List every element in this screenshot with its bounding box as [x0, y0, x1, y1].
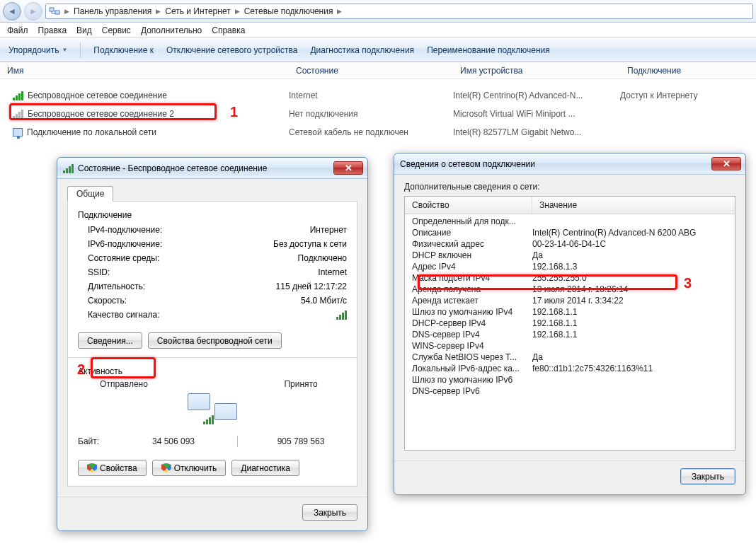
conn-device: Intel(R) 82577LM Gigabit Netwo...	[453, 127, 620, 137]
signal-icon	[336, 310, 347, 320]
prop-value	[532, 341, 728, 351]
conn-name: Беспроводное сетевое соединение	[28, 91, 167, 100]
table-row[interactable]: ОписаниеIntel(R) Centrino(R) Advanced-N …	[405, 227, 735, 238]
close-button[interactable]: Закрыть	[302, 504, 357, 521]
prop-value: Да	[532, 352, 728, 362]
details-dialog-titlebar[interactable]: Сведения о сетевом подключении ✕	[394, 153, 745, 175]
status-dialog-titlebar[interactable]: Состояние - Беспроводное сетевое соедине…	[57, 158, 367, 179]
prop-name: Аренда получена	[412, 284, 532, 294]
recv-label: Принято	[255, 379, 347, 389]
list-item[interactable]: Беспроводное сетевое соединение Internet…	[0, 86, 756, 105]
prop-name: WINS-сервер IPv4	[412, 341, 532, 351]
section-activity: Активность	[78, 366, 347, 376]
properties-button[interactable]: Свойства	[78, 460, 147, 476]
tb-rename[interactable]: Переименование подключения	[427, 45, 550, 55]
prop-value: 17 июля 2014 г. 3:34:22	[532, 296, 728, 306]
col-state-header[interactable]: Состояние	[289, 66, 453, 76]
table-row[interactable]: DNS-сервер IPv4192.168.1.1	[405, 329, 735, 340]
table-row[interactable]: Служба NetBIOS через T...Да	[405, 352, 735, 363]
breadcrumb[interactable]: ▶ Панель управления ▶ Сеть и Интернет ▶ …	[45, 4, 753, 19]
table-row[interactable]: DHCP-сервер IPv4192.168.1.1	[405, 318, 735, 329]
prop-value: 192.168.1.3	[532, 262, 728, 272]
prop-value: 13 июля 2014 г. 18:26:14	[532, 284, 728, 294]
diagnose-button[interactable]: Диагностика	[231, 460, 299, 476]
column-headers: Имя Состояние Имя устройства Подключение	[0, 62, 756, 79]
signal-icon	[63, 163, 74, 173]
prop-value: 192.168.1.1	[532, 318, 728, 328]
address-bar: ◄ ► ▶ Панель управления ▶ Сеть и Интерне…	[0, 0, 756, 23]
prop-value: 192.168.1.1	[532, 307, 728, 317]
close-icon[interactable]: ✕	[711, 157, 741, 170]
tb-disable[interactable]: Отключение сетевого устройства	[166, 45, 297, 55]
menu-bar: Файл Правка Вид Сервис Дополнительно Спр…	[0, 23, 756, 38]
prop-name: Служба NetBIOS через T...	[412, 352, 532, 362]
table-row[interactable]: Шлюз по умолчанию IPv6	[405, 374, 735, 385]
details-button[interactable]: Сведения...	[78, 332, 142, 349]
conn-state: Сетевой кабель не подключен	[289, 127, 453, 137]
prop-value: Да	[532, 250, 728, 260]
col-conn-header[interactable]: Подключение	[620, 66, 756, 76]
col-name-header[interactable]: Имя	[0, 66, 289, 76]
annotation-highlight-1	[9, 103, 217, 120]
prop-name: DNS-сервер IPv6	[412, 386, 532, 396]
prop-value: 00-23-14-06-D4-1C	[532, 239, 728, 249]
table-row[interactable]: Аренда истекает17 июля 2014 г. 3:34:22	[405, 295, 735, 306]
col-value-header[interactable]: Значение	[532, 197, 735, 214]
table-row[interactable]: Физический адрес00-23-14-06-D4-1C	[405, 238, 735, 250]
menu-help[interactable]: Справка	[212, 25, 245, 35]
menu-advanced[interactable]: Дополнительно	[141, 25, 202, 35]
close-icon[interactable]: ✕	[333, 161, 363, 175]
prop-name: Шлюз по умолчанию IPv6	[412, 375, 532, 385]
details-listview: Свойство Значение Определенный для подк.…	[404, 196, 735, 451]
details-dialog: Сведения о сетевом подключении ✕ Дополни…	[394, 153, 746, 495]
prop-name: Аренда истекает	[412, 296, 532, 306]
tb-diagnose[interactable]: Диагностика подключения	[310, 45, 414, 55]
table-row[interactable]: DNS-сервер IPv6	[405, 385, 735, 397]
prop-name: DHCP включен	[412, 250, 532, 260]
tb-connect[interactable]: Подключение к	[93, 45, 154, 55]
nav-back-button[interactable]: ◄	[3, 2, 21, 21]
tab-general[interactable]: Общие	[67, 186, 113, 202]
menu-view[interactable]: Вид	[76, 25, 92, 35]
prop-name: Шлюз по умолчанию IPv4	[412, 307, 532, 317]
signal-icon	[13, 91, 23, 100]
disable-button[interactable]: Отключить	[152, 460, 227, 476]
close-button[interactable]: Закрыть	[680, 468, 735, 485]
conn-state: Нет подключения	[289, 109, 453, 119]
shield-icon	[161, 463, 171, 473]
breadcrumb-item[interactable]: Сетевые подключения	[244, 6, 333, 16]
details-subtitle: Дополнительные сведения о сети:	[404, 182, 735, 192]
separator	[237, 436, 238, 447]
annotation-number-2: 2	[77, 361, 85, 378]
table-row[interactable]: Локальный IPv6-адрес ка...fe80::d1b1:2c7…	[405, 363, 735, 374]
col-device-header[interactable]: Имя устройства	[453, 66, 620, 76]
command-bar: Упорядочить ▼ Подключение к Отключение с…	[0, 38, 756, 62]
col-property-header[interactable]: Свойство	[405, 197, 532, 214]
details-dialog-title: Сведения о сетевом подключении	[400, 159, 535, 169]
menu-edit[interactable]: Правка	[38, 25, 67, 35]
status-panel: Подключение IPv4-подключение:Интернет IP…	[67, 201, 357, 487]
prop-name: DHCP-сервер IPv4	[412, 318, 532, 328]
list-item[interactable]: Подключение по локальной сети Сетевой ка…	[0, 123, 756, 141]
table-row[interactable]: WINS-сервер IPv4	[405, 340, 735, 352]
table-row[interactable]: DHCP включенДа	[405, 250, 735, 261]
breadcrumb-item[interactable]: Панель управления	[74, 6, 151, 16]
prop-value: Intel(R) Centrino(R) Advanced-N 6200 ABG	[532, 228, 728, 238]
table-row[interactable]: Адрес IPv4192.168.1.3	[405, 261, 735, 272]
prop-value	[532, 216, 728, 226]
breadcrumb-item[interactable]: Сеть и Интернет	[165, 6, 230, 16]
wireless-properties-button[interactable]: Свойства беспроводной сети	[148, 332, 282, 349]
nav-forward-button[interactable]: ►	[24, 2, 42, 21]
prop-name: Описание	[412, 228, 532, 238]
table-row[interactable]: Шлюз по умолчанию IPv4192.168.1.1	[405, 306, 735, 318]
menu-tools[interactable]: Сервис	[102, 25, 131, 35]
prop-name: Локальный IPv6-адрес ка...	[412, 364, 532, 373]
table-row[interactable]: Определенный для подк...	[405, 216, 735, 227]
prop-value	[532, 386, 728, 396]
conn-name: Подключение по локальной сети	[27, 127, 156, 137]
tb-organize[interactable]: Упорядочить ▼	[8, 45, 67, 55]
conn-access: Доступ к Интернету	[620, 91, 756, 100]
prop-value: 255.255.255.0	[532, 273, 728, 283]
prop-name: DNS-сервер IPv4	[412, 330, 532, 340]
menu-file[interactable]: Файл	[7, 25, 28, 35]
